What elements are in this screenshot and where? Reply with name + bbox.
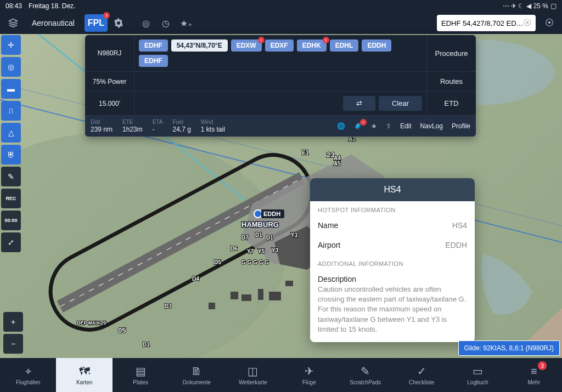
tab-maps[interactable]: 🗺Karten: [56, 358, 112, 392]
terrain-profile-tool[interactable]: ⎍: [1, 101, 21, 121]
terrain-tool[interactable]: △: [1, 123, 21, 143]
svg-text:D1: D1: [266, 235, 273, 241]
more-icon: ≡: [531, 365, 537, 378]
svg-text:A1: A1: [349, 136, 356, 142]
obstacle-tool[interactable]: ▬: [1, 79, 21, 99]
tab-flights[interactable]: ✈Flüge: [281, 358, 337, 392]
svg-text:DEP MAX 25: DEP MAX 25: [77, 320, 106, 326]
ios-status-bar: 08:43 Freitag 18. Dez. ⋯ ✈︎ ☾ ◀ 25 % ▢: [0, 0, 562, 12]
routes-button[interactable]: Routes: [426, 72, 476, 91]
settings-button[interactable]: [110, 14, 127, 32]
wind-value: 1 kts tail: [201, 126, 225, 133]
popup-name-row: NameHS4: [310, 215, 475, 235]
navlog-button[interactable]: NavLog: [420, 122, 443, 130]
logbook-icon: ▭: [473, 365, 483, 378]
tab-checklist[interactable]: ✓Checkliste: [394, 358, 449, 392]
popup-description: Caution uncontrolled vehicles are often …: [310, 285, 475, 342]
popup-airport-row: AirportEDDH: [310, 235, 475, 255]
svg-text:D4: D4: [192, 276, 199, 282]
status-indicators: ⋯ ✈︎ ☾ ◀: [503, 2, 531, 10]
share-icon[interactable]: ⇪: [386, 122, 391, 130]
waypoint-pill[interactable]: EDHK!: [297, 39, 327, 52]
search-input[interactable]: [441, 19, 524, 27]
svg-text:D5: D5: [214, 259, 221, 265]
crosshair-tool[interactable]: ✛: [1, 35, 21, 55]
power-cell[interactable]: 75% Power: [85, 72, 134, 91]
timer-display: 00:00: [1, 211, 21, 230]
airspace-tool[interactable]: ⛨: [1, 145, 21, 164]
link-tool[interactable]: ⤢: [1, 232, 21, 252]
svg-rect-41: [285, 281, 293, 286]
clear-route-button[interactable]: Clear: [379, 96, 422, 111]
tab-scratchpads[interactable]: ✎ScratchPads: [337, 358, 393, 392]
svg-marker-0: [9, 19, 18, 24]
status-date: Freitag 18. Dez.: [29, 2, 75, 10]
rec-button[interactable]: REC: [1, 189, 21, 208]
hotspot-popup: HS4 HOTSPOT INFORMATION NameHS4 AirportE…: [310, 178, 475, 342]
waypoint-pill[interactable]: EDXF: [265, 39, 294, 52]
svg-point-13: [254, 210, 262, 218]
bottom-tab-bar: ⌖Flughäfen 🗺Karten ▤Plates 🗎Dokumente ◫W…: [0, 358, 562, 392]
glide-badge[interactable]: Glide: 92KIAS, 8,6:1 (N980RJ): [458, 340, 560, 356]
fpl-button[interactable]: FPL !: [85, 14, 108, 32]
status-battery: 25 %: [533, 2, 548, 10]
search-box[interactable]: ⓧ: [437, 15, 536, 31]
checklist-icon: ✓: [417, 365, 426, 378]
star-icon[interactable]: ★: [371, 122, 377, 130]
fpl-alert-badge: !: [103, 12, 110, 19]
waypoint-pill[interactable]: EDXW!: [231, 39, 262, 52]
waypoint-pill[interactable]: EDHF: [139, 55, 168, 67]
svg-text:D6: D6: [231, 246, 238, 252]
radar-tool[interactable]: ◎: [1, 57, 21, 77]
airport-name-label: HAMBURG: [241, 220, 279, 229]
procedure-button[interactable]: Procedure: [426, 35, 476, 71]
svg-rect-36: [231, 292, 238, 299]
status-time: 08:43: [5, 2, 22, 10]
reverse-route-button[interactable]: ⇄: [343, 96, 375, 111]
tab-more[interactable]: ≡Mehr3: [506, 358, 562, 392]
tab-documents[interactable]: 🗎Dokumente: [168, 358, 224, 392]
locate-button[interactable]: ⦿: [541, 15, 558, 31]
timer-button[interactable]: ◷: [157, 14, 175, 32]
svg-rect-38: [258, 289, 263, 300]
etd-button[interactable]: ETD: [426, 92, 476, 115]
profile-button[interactable]: Profile: [452, 122, 470, 130]
svg-rect-37: [241, 294, 251, 301]
tab-weather[interactable]: ◫Wetterkarte: [225, 358, 281, 392]
svg-text:E1: E1: [302, 150, 309, 156]
aeronautical-label[interactable]: Aeronautical: [24, 14, 82, 32]
zoom-out-button[interactable]: −: [3, 334, 23, 354]
map-icon: 🗺: [79, 365, 90, 378]
svg-text:Y3: Y3: [272, 247, 279, 253]
zoom-controls: + −: [2, 311, 24, 355]
layers-button[interactable]: [4, 14, 22, 32]
airport-icon: ⌖: [25, 365, 31, 378]
zoom-in-button[interactable]: +: [3, 312, 23, 332]
weather-icon: ◫: [248, 365, 258, 378]
aircraft-cell[interactable]: N980RJ: [85, 35, 134, 71]
svg-rect-40: [209, 303, 215, 309]
briefing-icon[interactable]: 🧳!: [354, 122, 362, 130]
waypoint-strip[interactable]: EDHF 54,43°N/8,70°E EDXW! EDXF EDHK! EDH…: [134, 35, 426, 71]
globe-icon[interactable]: 🌐: [337, 122, 345, 130]
dist-value: 239 nm: [91, 126, 113, 133]
draw-tool[interactable]: ✎: [1, 167, 21, 186]
svg-text:D3: D3: [165, 303, 172, 309]
search-clear-icon[interactable]: ⓧ: [524, 18, 531, 28]
scratchpad-icon: ✎: [361, 365, 370, 378]
tab-airports[interactable]: ⌖Flughäfen: [0, 358, 56, 392]
ete-value: 1h23m: [122, 126, 143, 133]
favorites-button[interactable]: ★₊: [177, 14, 195, 32]
svg-text:D1: D1: [143, 342, 150, 348]
altitude-cell[interactable]: 15.000': [85, 92, 134, 115]
waypoint-pill[interactable]: EDDH: [362, 39, 391, 52]
tab-logbook[interactable]: ▭Logbuch: [449, 358, 505, 392]
waypoint-pill[interactable]: 54,43°N/8,70°E: [171, 39, 228, 52]
svg-text:05: 05: [118, 326, 126, 334]
hazard-button[interactable]: ◎: [137, 14, 155, 32]
waypoint-pill[interactable]: EDHL: [330, 39, 359, 52]
edit-button[interactable]: Edit: [400, 122, 412, 130]
svg-text:Y7: Y7: [247, 248, 254, 254]
tab-plates[interactable]: ▤Plates: [113, 358, 168, 392]
waypoint-pill[interactable]: EDHF: [139, 39, 168, 52]
